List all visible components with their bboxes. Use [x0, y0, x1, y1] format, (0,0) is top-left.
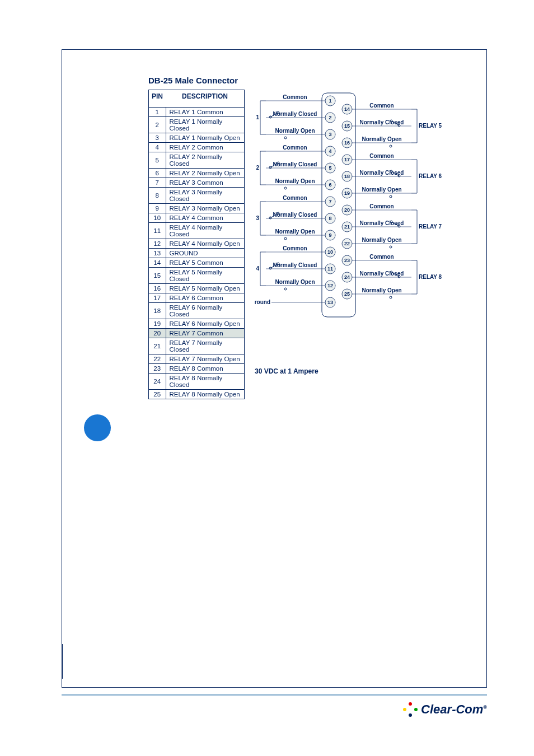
svg-text:9: 9: [329, 232, 331, 238]
content: DB-25 Male Connector PIN DESCRIPTION 1RE…: [148, 76, 484, 399]
svg-text:19: 19: [344, 190, 350, 196]
table-row: 21RELAY 7 Normally Closed: [149, 338, 244, 354]
pin-number: 9: [149, 204, 166, 213]
table-row: 14RELAY 5 Common: [149, 258, 244, 268]
svg-text:10: 10: [327, 249, 333, 255]
tab-mark: [62, 644, 63, 679]
svg-text:RELAY 5: RELAY 5: [419, 123, 442, 129]
pin-number: 8: [149, 188, 166, 204]
pin-desc: RELAY 8 Common: [166, 364, 244, 374]
table-row: 16RELAY 5 Normally Open: [149, 284, 244, 293]
pin-desc: RELAY 7 Normally Open: [166, 354, 244, 364]
svg-text:Common: Common: [283, 144, 307, 151]
svg-text:12: 12: [327, 283, 333, 288]
pin-desc: RELAY 4 Normally Closed: [166, 223, 244, 239]
svg-text:4: 4: [329, 148, 331, 154]
svg-text:1: 1: [329, 98, 331, 104]
table-row: 23RELAY 8 Common: [149, 364, 244, 374]
pin-number: 19: [149, 319, 166, 329]
svg-text:14: 14: [344, 106, 350, 112]
pin-desc: RELAY 1 Normally Closed: [166, 117, 244, 133]
pin-number: 15: [149, 268, 166, 284]
svg-text:Normally Open: Normally Open: [362, 237, 401, 243]
table-row: 5RELAY 2 Normally Closed: [149, 152, 244, 169]
col-pin: PIN: [149, 90, 166, 108]
svg-text:22: 22: [344, 241, 350, 246]
connector-title: DB-25 Male Connector: [148, 76, 484, 85]
svg-point-139: [390, 296, 392, 298]
svg-text:Common: Common: [369, 153, 394, 159]
svg-text:13: 13: [327, 300, 333, 305]
table-row: 20RELAY 7 Common: [149, 329, 244, 338]
svg-point-106: [390, 145, 392, 147]
table-row: 2RELAY 1 Normally Closed: [149, 117, 244, 133]
svg-text:16: 16: [344, 140, 350, 146]
pin-number: 11: [149, 223, 166, 239]
pin-table: PIN DESCRIPTION 1RELAY 1 Common2RELAY 1 …: [149, 90, 244, 399]
col-desc: DESCRIPTION: [166, 90, 244, 108]
pin-desc: RELAY 6 Normally Open: [166, 319, 244, 329]
pin-desc: RELAY 8 Normally Open: [166, 390, 244, 399]
pin-number: 13: [149, 249, 166, 258]
svg-text:Normally Open: Normally Open: [362, 186, 401, 193]
table-row: 19RELAY 6 Normally Open: [149, 319, 244, 329]
svg-point-60: [284, 137, 287, 139]
svg-text:Common: Common: [283, 94, 307, 100]
table-row: 25RELAY 8 Normally Open: [149, 390, 244, 399]
svg-text:18: 18: [344, 174, 350, 179]
pin-number: 5: [149, 152, 166, 169]
svg-text:15: 15: [344, 123, 350, 129]
table-row: 10RELAY 4 Common: [149, 213, 244, 223]
svg-text:Digital Ground: Digital Ground: [255, 299, 270, 305]
brand-logo: Clear-Com®: [403, 702, 487, 717]
pin-number: 23: [149, 364, 166, 374]
svg-text:RELAY 4: RELAY 4: [255, 265, 259, 272]
svg-point-117: [390, 195, 392, 198]
pin-desc: RELAY 5 Common: [166, 258, 244, 268]
table-row: 24RELAY 8 Normally Closed: [149, 374, 244, 390]
svg-text:6: 6: [329, 182, 331, 188]
pin-desc: RELAY 8 Normally Closed: [166, 374, 244, 390]
svg-text:Normally Open: Normally Open: [275, 128, 315, 134]
pin-desc: RELAY 5 Normally Open: [166, 284, 244, 293]
pin-desc: RELAY 3 Normally Closed: [166, 188, 244, 204]
pin-desc: RELAY 4 Common: [166, 213, 244, 223]
svg-point-128: [390, 246, 392, 248]
svg-text:RELAY 2: RELAY 2: [255, 165, 259, 171]
table-row: 6RELAY 2 Normally Open: [149, 169, 244, 178]
svg-text:Common: Common: [369, 254, 394, 260]
svg-point-93: [284, 288, 287, 290]
svg-text:Normally Open: Normally Open: [362, 136, 401, 142]
pin-number: 4: [149, 143, 166, 152]
svg-text:Normally Open: Normally Open: [362, 287, 401, 293]
table-row: 12RELAY 4 Normally Open: [149, 239, 244, 249]
pin-number: 22: [149, 354, 166, 364]
table-row: 11RELAY 4 Normally Closed: [149, 223, 244, 239]
pin-number: 24: [149, 374, 166, 390]
table-row: 9RELAY 3 Normally Open: [149, 204, 244, 213]
pin-number: 18: [149, 303, 166, 319]
svg-text:3: 3: [329, 132, 331, 137]
svg-text:25: 25: [344, 291, 350, 297]
svg-text:RELAY 7: RELAY 7: [419, 223, 442, 230]
svg-point-71: [284, 187, 287, 189]
pin-desc: RELAY 7 Common: [166, 329, 244, 338]
table-row: 15RELAY 5 Normally Closed: [149, 268, 244, 284]
pin-table-wrap: PIN DESCRIPTION 1RELAY 1 Common2RELAY 1 …: [148, 90, 245, 399]
svg-text:RELAY 6: RELAY 6: [419, 173, 442, 179]
pin-number: 20: [149, 329, 166, 338]
rating-note: 30 VDC at 1 Ampere: [255, 367, 484, 375]
pin-number: 10: [149, 213, 166, 223]
svg-text:11: 11: [327, 266, 333, 272]
main-row: PIN DESCRIPTION 1RELAY 1 Common2RELAY 1 …: [148, 90, 484, 399]
table-row: 13GROUND: [149, 249, 244, 258]
svg-text:Common: Common: [283, 195, 307, 201]
svg-text:24: 24: [344, 274, 350, 280]
svg-text:20: 20: [344, 207, 350, 213]
svg-text:Normally Closed: Normally Closed: [273, 262, 317, 268]
svg-text:RELAY 8: RELAY 8: [419, 274, 442, 280]
pin-desc: RELAY 2 Common: [166, 143, 244, 152]
table-row: 1RELAY 1 Common: [149, 108, 244, 117]
svg-text:Common: Common: [369, 203, 394, 209]
pin-number: 25: [149, 390, 166, 399]
